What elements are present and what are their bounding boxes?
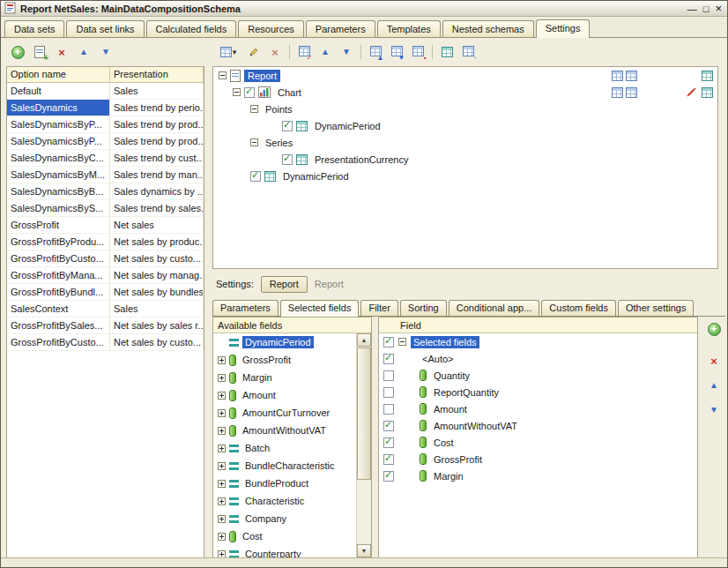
scrollbar[interactable]: ▲ ▼ xyxy=(356,333,371,557)
field-item[interactable]: GrossProfit xyxy=(213,351,356,369)
variant-row[interactable]: GrossProfitByMana...Net sales by manag..… xyxy=(7,267,204,284)
field-checkbox[interactable] xyxy=(282,121,293,131)
remove-field-button[interactable]: × xyxy=(704,352,724,370)
tree-node-series-field[interactable]: PresentationCurrency xyxy=(213,151,717,168)
edit-element-button[interactable] xyxy=(244,43,264,61)
field-checkbox[interactable] xyxy=(383,370,394,381)
expand-icon[interactable] xyxy=(218,374,226,382)
column-header-presentation[interactable]: Presentation xyxy=(110,67,204,82)
variant-row[interactable]: GrossProfitByCusto...Net sales by custo.… xyxy=(7,250,204,267)
settings-root-button[interactable]: Report xyxy=(261,276,308,293)
selected-field-row[interactable]: <Auto> xyxy=(379,350,697,367)
tree-node-label[interactable]: Chart xyxy=(274,86,305,99)
delete-variant-button[interactable]: × xyxy=(52,43,71,61)
field-item[interactable]: Batch xyxy=(213,439,356,457)
check-elements-button[interactable]: ✓ xyxy=(294,43,314,61)
tree-node-label[interactable]: DynamicPeriod xyxy=(311,120,384,132)
selected-field-row[interactable]: ReportQuantity xyxy=(379,384,697,400)
field-item[interactable]: Margin xyxy=(213,369,356,386)
order-settings-icon[interactable] xyxy=(626,87,637,98)
tab-calculated-fields[interactable]: Calculated fields xyxy=(146,20,237,37)
tree-node-report[interactable]: Report xyxy=(213,67,717,84)
field-checkbox[interactable] xyxy=(383,471,394,482)
field-item[interactable]: BundleProduct xyxy=(213,475,356,492)
field-checkbox[interactable] xyxy=(383,454,394,465)
tab-filter[interactable]: Filter xyxy=(360,300,397,316)
fields-settings-icon[interactable] xyxy=(612,71,623,81)
field-item[interactable]: Cost xyxy=(213,527,356,545)
expand-icon[interactable] xyxy=(218,356,226,364)
collapse-icon[interactable] xyxy=(250,105,258,113)
field-item[interactable]: Company xyxy=(213,510,356,527)
fields-settings-icon[interactable] xyxy=(612,87,623,98)
variant-row[interactable]: SalesDynamicsByC...Sales trend by cust..… xyxy=(7,150,204,167)
tab-nested-schemas[interactable]: Nested schemas xyxy=(442,20,534,37)
add-field-button[interactable]: + xyxy=(704,320,724,338)
variant-row[interactable]: SalesDynamicsByB...Sales dynamics by ... xyxy=(7,183,204,200)
chart-checkbox[interactable] xyxy=(244,87,255,98)
close-button[interactable]: × xyxy=(715,3,722,15)
add-variant-button[interactable]: + xyxy=(8,43,27,61)
selected-field-row[interactable]: GrossProfit xyxy=(379,451,697,467)
move-element-up-button[interactable]: ▲ xyxy=(316,43,335,61)
expand-icon[interactable] xyxy=(218,392,226,400)
expand-icon[interactable] xyxy=(218,480,226,488)
layout-settings-icon[interactable] xyxy=(702,71,713,81)
tree-node-series[interactable]: Series xyxy=(213,134,717,151)
field-item[interactable]: AmountWithoutVAT xyxy=(213,422,356,439)
tab-conditional-appearance[interactable]: Conditional app... xyxy=(449,300,540,316)
variant-row[interactable]: SalesDynamicsByP...Sales trend by prod..… xyxy=(7,116,204,133)
tab-other-settings[interactable]: Other settings xyxy=(618,300,694,316)
selected-fields-root-row[interactable]: Selected fields xyxy=(379,333,697,350)
root-checkbox[interactable] xyxy=(383,337,394,348)
expand-icon[interactable] xyxy=(218,409,226,417)
column-header-option-name[interactable]: Option name xyxy=(7,67,110,82)
selected-field-row[interactable]: Quantity xyxy=(379,367,697,384)
order-settings-icon[interactable] xyxy=(626,71,637,81)
expand-icon[interactable] xyxy=(218,550,226,558)
move-field-down-button[interactable]: ▼ xyxy=(704,401,724,419)
variant-row[interactable]: SalesDynamicsByP...Sales trend by prod..… xyxy=(7,133,204,150)
field-item[interactable]: Amount xyxy=(213,386,356,404)
field-item[interactable]: AmountCurTurnover xyxy=(213,404,356,422)
variant-row[interactable]: GrossProfitByCusto...Net sales by custo.… xyxy=(7,334,204,351)
selected-field-row[interactable]: Amount xyxy=(379,400,697,417)
group-element-button[interactable]: ▲ xyxy=(366,43,385,61)
field-checkbox[interactable] xyxy=(383,421,394,431)
expand-icon[interactable] xyxy=(218,427,226,435)
tree-node-points-field[interactable]: DynamicPeriod xyxy=(213,117,717,134)
variant-row[interactable]: GrossProfitByProdu...Net sales by produc… xyxy=(7,234,204,250)
move-variant-down-button[interactable]: ▼ xyxy=(96,43,115,61)
expand-icon[interactable] xyxy=(218,497,226,505)
move-field-up-button[interactable]: ▲ xyxy=(704,377,724,394)
add-element-button[interactable]: ▾ xyxy=(214,43,242,61)
element-properties-button[interactable]: • xyxy=(408,43,427,61)
selected-field-row[interactable]: Cost xyxy=(379,434,697,451)
maximize-button[interactable]: □ xyxy=(703,3,709,15)
expand-icon[interactable] xyxy=(218,462,226,470)
field-item[interactable]: BundleCharacteristic xyxy=(213,457,356,475)
ungroup-element-button[interactable]: ▼ xyxy=(387,43,406,61)
field-checkbox[interactable] xyxy=(282,154,293,165)
tab-custom-fields[interactable]: Custom fields xyxy=(541,300,616,316)
minimize-button[interactable]: — xyxy=(687,3,697,15)
tab-settings[interactable]: Settings xyxy=(536,19,591,38)
variant-row[interactable]: GrossProfitBySales...Net sales by sales … xyxy=(7,318,204,334)
variant-row-selected[interactable]: SalesDynamicsSales trend by perio... xyxy=(7,100,204,116)
field-item[interactable]: Characteristic xyxy=(213,492,356,510)
move-element-down-button[interactable]: ▼ xyxy=(337,43,356,61)
variant-row[interactable]: SalesDynamicsByS...Sales trend by sales.… xyxy=(7,200,204,217)
tab-selected-fields[interactable]: Selected fields xyxy=(280,300,360,317)
tree-node-grouping[interactable]: DynamicPeriod xyxy=(213,168,717,184)
tree-node-chart[interactable]: Chart xyxy=(213,84,717,101)
root-label[interactable]: Selected fields xyxy=(411,336,479,348)
tree-node-points[interactable]: Points xyxy=(213,101,717,117)
variant-row[interactable]: SalesContextSales xyxy=(7,301,204,318)
field-item-selected[interactable]: DynamicPeriod xyxy=(213,333,356,351)
variant-row[interactable]: SalesDynamicsByM...Sales trend by man... xyxy=(7,167,204,183)
structure-settings-button[interactable] xyxy=(437,43,457,61)
scroll-up-button[interactable]: ▲ xyxy=(357,333,371,347)
expand-icon[interactable] xyxy=(218,445,226,452)
tree-node-label[interactable]: Series xyxy=(262,137,296,149)
grouping-checkbox[interactable] xyxy=(250,171,261,182)
